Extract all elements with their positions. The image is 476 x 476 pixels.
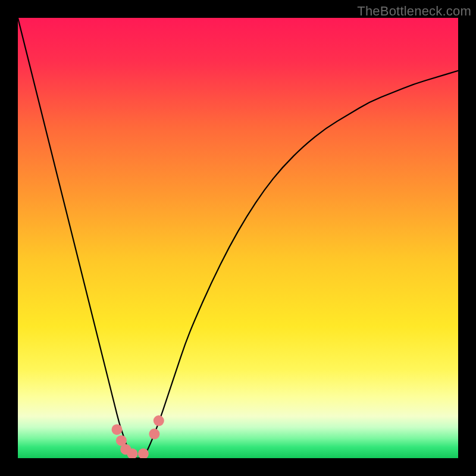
watermark-text: TheBottleneck.com — [357, 4, 471, 19]
curve-marker — [149, 428, 159, 439]
chart-frame — [18, 18, 458, 458]
curve-marker — [112, 424, 123, 435]
bottleneck-chart — [18, 18, 458, 458]
chart-background — [18, 18, 458, 458]
curve-marker — [154, 415, 164, 426]
